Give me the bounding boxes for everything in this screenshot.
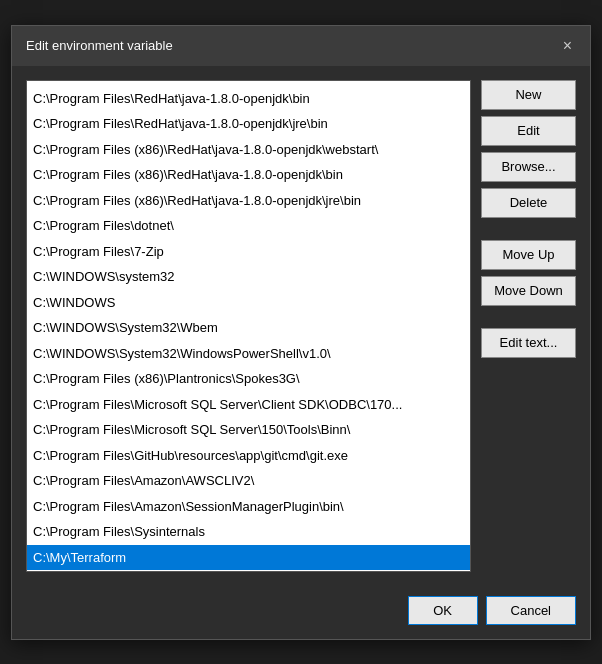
edit-button[interactable]: Edit <box>481 116 576 146</box>
list-item[interactable]: C:\Program Files\Microsoft SQL Server\Cl… <box>27 392 470 418</box>
browse-button[interactable]: Browse... <box>481 152 576 182</box>
list-container: C:\Program Files\RedHat\java-1.8.0-openj… <box>26 80 471 572</box>
list-item[interactable]: C:\Program Files\Amazon\SessionManagerPl… <box>27 494 470 520</box>
list-item[interactable]: C:\Program Files\Amazon\AWSCLIV2\ <box>27 468 470 494</box>
dialog-footer: OK Cancel <box>12 586 590 639</box>
list-scroll[interactable]: C:\Program Files\RedHat\java-1.8.0-openj… <box>27 81 470 571</box>
list-item[interactable]: C:\WINDOWS\System32\Wbem <box>27 315 470 341</box>
new-button[interactable]: New <box>481 80 576 110</box>
move-down-button[interactable]: Move Down <box>481 276 576 306</box>
list-item[interactable]: C:\Program Files\GitHub\resources\app\gi… <box>27 443 470 469</box>
dialog: Edit environment variable × C:\Program F… <box>11 25 591 640</box>
list-item[interactable]: C:\My\Terraform <box>27 545 470 571</box>
list-item[interactable]: C:\Program Files\7-Zip <box>27 239 470 265</box>
delete-button[interactable]: Delete <box>481 188 576 218</box>
list-item[interactable]: C:\Program Files (x86)\RedHat\java-1.8.0… <box>27 137 470 163</box>
list-item[interactable]: C:\Program Files (x86)\RedHat\java-1.8.0… <box>27 188 470 214</box>
buttons-column: New Edit Browse... Delete Move Up Move D… <box>481 80 576 572</box>
ok-button[interactable]: OK <box>408 596 478 625</box>
list-item[interactable]: C:\Program Files\dotnet\ <box>27 213 470 239</box>
spacer1 <box>481 224 576 234</box>
list-item[interactable]: C:\WINDOWS\System32\WindowsPowerShell\v1… <box>27 341 470 367</box>
list-item[interactable]: C:\WINDOWS <box>27 290 470 316</box>
spacer2 <box>481 312 576 322</box>
edit-text-button[interactable]: Edit text... <box>481 328 576 358</box>
dialog-body: C:\Program Files\RedHat\java-1.8.0-openj… <box>12 66 590 586</box>
cancel-button[interactable]: Cancel <box>486 596 576 625</box>
title-bar: Edit environment variable × <box>12 26 590 66</box>
close-button[interactable]: × <box>559 36 576 56</box>
list-item[interactable]: C:\WINDOWS\system32 <box>27 264 470 290</box>
list-item[interactable]: C:\Program Files\RedHat\java-1.8.0-openj… <box>27 86 470 112</box>
dialog-title: Edit environment variable <box>26 38 173 53</box>
list-item[interactable]: C:\Program Files\RedHat\java-1.8.0-openj… <box>27 111 470 137</box>
list-item[interactable]: C:\Program Files\Microsoft SQL Server\15… <box>27 417 470 443</box>
move-up-button[interactable]: Move Up <box>481 240 576 270</box>
list-item[interactable]: C:\Program Files (x86)\Plantronics\Spoke… <box>27 366 470 392</box>
list-item[interactable]: C:\Program Files\Sysinternals <box>27 519 470 545</box>
list-item[interactable]: C:\Program Files (x86)\RedHat\java-1.8.0… <box>27 162 470 188</box>
